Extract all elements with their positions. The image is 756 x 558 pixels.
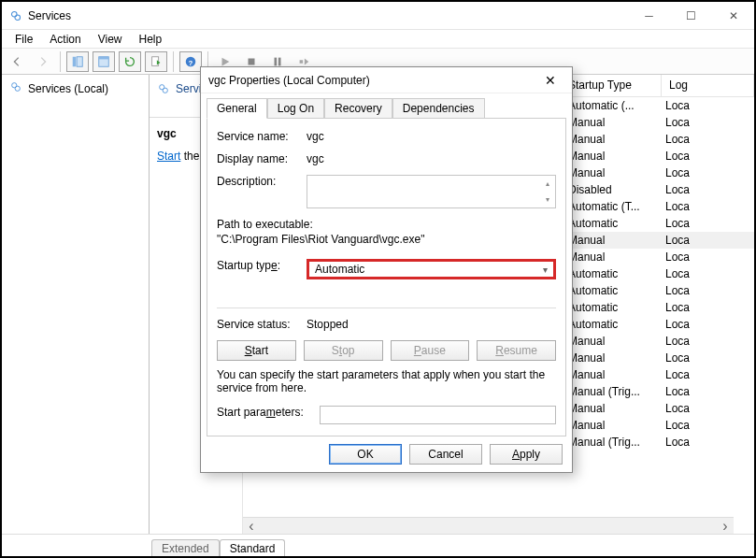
svg-rect-5 — [99, 56, 109, 59]
window-title: Services — [28, 9, 628, 22]
gear-icon — [157, 82, 170, 99]
spin-down-icon[interactable]: ▾ — [540, 192, 555, 207]
dialog-title: vgc Properties (Local Computer) — [208, 74, 536, 87]
tab-recovery[interactable]: Recovery — [324, 98, 392, 119]
scroll-left-button[interactable]: ‹ — [243, 518, 260, 535]
services-app-icon — [9, 9, 22, 22]
stop-button[interactable]: Stop — [304, 340, 383, 361]
value-display-name: vgc — [307, 152, 556, 165]
svg-point-14 — [15, 86, 20, 91]
nav-forward-button[interactable] — [32, 51, 54, 72]
window-close-button[interactable]: ✕ — [712, 2, 754, 29]
dialog-tabs: General Log On Recovery Dependencies — [201, 93, 572, 118]
ok-button[interactable]: OK — [329, 444, 402, 465]
toolbar-export-button[interactable] — [145, 51, 167, 72]
window-titlebar: Services ─ ☐ ✕ — [2, 2, 754, 30]
window-maximize-button[interactable]: ☐ — [670, 2, 712, 29]
properties-dialog: vgc Properties (Local Computer) ✕ Genera… — [200, 66, 573, 473]
start-parameters-input[interactable] — [320, 406, 556, 424]
svg-rect-12 — [300, 60, 304, 64]
value-service-name: vgc — [307, 130, 556, 143]
label-startup-type: Startup type: — [217, 259, 307, 272]
nav-item-label: Services (Local) — [28, 82, 108, 95]
toolbar-refresh-button[interactable] — [119, 51, 141, 72]
detail-start-link[interactable]: Start — [157, 150, 180, 163]
view-tabs: Extended Standard — [2, 534, 754, 556]
window-minimize-button[interactable]: ─ — [628, 2, 670, 29]
tab-general[interactable]: General — [207, 98, 267, 119]
menu-bar: File Action View Help — [2, 30, 754, 49]
svg-rect-2 — [73, 56, 77, 66]
svg-point-1 — [15, 14, 21, 20]
label-start-parameters: Start parameters: — [217, 406, 320, 419]
scroll-right-button[interactable]: › — [717, 518, 734, 535]
label-display-name: Display name: — [217, 152, 307, 165]
svg-rect-10 — [275, 57, 278, 65]
nav-back-button[interactable] — [6, 51, 28, 72]
start-params-hint: You can specify the start parameters tha… — [217, 368, 556, 394]
value-service-status: Stopped — [307, 318, 556, 331]
gear-icon — [9, 80, 22, 96]
horizontal-scrollbar[interactable]: ‹ › — [243, 517, 734, 534]
startup-type-dropdown[interactable]: Automatic ▾ — [307, 259, 556, 279]
pause-button[interactable]: Pause — [391, 340, 470, 361]
description-textbox[interactable]: ▴▾ — [307, 175, 556, 208]
toolbar-view1-button[interactable] — [66, 51, 89, 72]
menu-file[interactable]: File — [7, 33, 40, 46]
startup-type-value: Automatic — [315, 263, 364, 276]
value-path: "C:\Program Files\Riot Vanguard\vgc.exe" — [217, 233, 556, 246]
chevron-down-icon: ▾ — [543, 265, 548, 275]
svg-rect-3 — [77, 56, 82, 66]
nav-tree: Services (Local) — [2, 75, 150, 534]
svg-rect-9 — [249, 58, 255, 64]
resume-button[interactable]: Resume — [477, 340, 556, 361]
toolbar-help-button[interactable]: ? — [179, 51, 202, 72]
column-startup-type[interactable]: Startup Type — [561, 75, 662, 96]
label-path: Path to executable: — [217, 218, 556, 231]
menu-view[interactable]: View — [91, 33, 130, 46]
svg-text:?: ? — [189, 58, 193, 66]
toolbar-view2-button[interactable] — [93, 51, 115, 72]
tab-dependencies[interactable]: Dependencies — [392, 98, 485, 119]
svg-point-0 — [11, 11, 17, 17]
tab-standard[interactable]: Standard — [220, 539, 286, 557]
menu-help[interactable]: Help — [132, 33, 170, 46]
label-description: Description: — [217, 175, 307, 188]
svg-point-16 — [163, 88, 167, 93]
dialog-close-button[interactable]: ✕ — [536, 73, 564, 88]
label-service-status: Service status: — [217, 318, 307, 331]
column-log-on-as[interactable]: Log — [662, 75, 754, 96]
tab-extended[interactable]: Extended — [151, 539, 220, 557]
nav-item-services-local[interactable]: Services (Local) — [6, 79, 145, 98]
cancel-button[interactable]: Cancel — [409, 444, 482, 465]
label-service-name: Service name: — [217, 130, 307, 143]
spin-up-icon[interactable]: ▴ — [540, 176, 555, 192]
start-button[interactable]: Start — [217, 340, 296, 361]
svg-rect-11 — [278, 57, 281, 65]
tab-log-on[interactable]: Log On — [267, 98, 324, 119]
apply-button[interactable]: Apply — [490, 444, 563, 465]
menu-action[interactable]: Action — [42, 33, 88, 46]
